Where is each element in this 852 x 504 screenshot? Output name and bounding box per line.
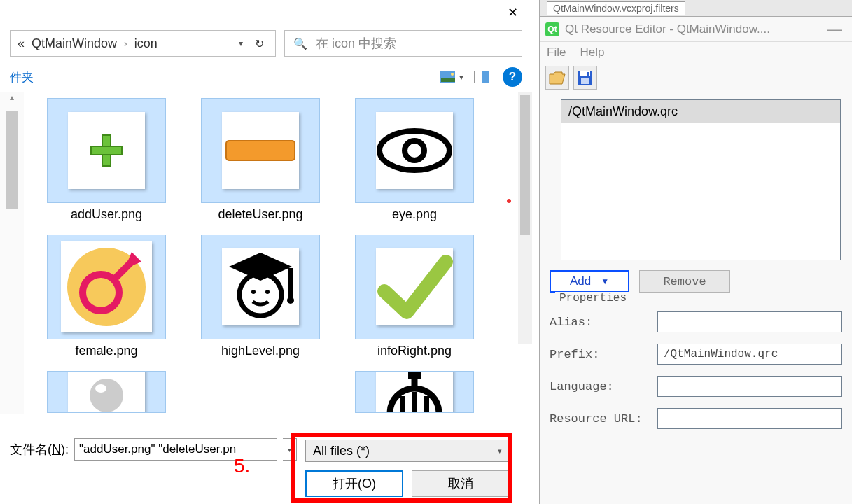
resource-list-item[interactable]: /QtMainWindow.qrc: [561, 100, 840, 123]
dialog-titlebar: ✕: [0, 0, 532, 25]
svg-point-21: [95, 384, 106, 393]
file-name: deleteUser.png: [218, 207, 302, 222]
remove-button[interactable]: Remove: [639, 270, 730, 293]
picture-icon: [440, 71, 455, 83]
qt-logo-icon: Qt: [545, 22, 559, 36]
window-titlebar: Qt Qt Resource Editor - QtMainWindow....…: [540, 17, 852, 42]
menu-bar: File Help: [540, 42, 852, 63]
svg-marker-14: [229, 253, 292, 281]
svg-rect-23: [408, 372, 421, 379]
alias-input[interactable]: [657, 312, 842, 332]
toolbar: [540, 63, 852, 92]
qt-resource-editor-window: QtMainWindow.vcxproj.filters Qt Qt Resou…: [539, 0, 852, 504]
add-button[interactable]: Add▼: [550, 270, 629, 293]
svg-rect-6: [91, 146, 122, 155]
folder-open-icon: [548, 70, 566, 85]
file-name: highLevel.png: [221, 344, 300, 358]
breadcrumb-back-icon: «: [18, 36, 25, 51]
resource-url-label: Resource URL:: [550, 412, 652, 426]
dialog-toolbar: 件夹 ▼ ?: [0, 62, 532, 92]
floppy-icon: [577, 69, 594, 86]
dome-icon: [383, 371, 446, 413]
refresh-icon[interactable]: ↻: [250, 37, 268, 50]
svg-rect-1: [441, 78, 455, 82]
ide-tab-label: QtMainWindow.vcxproj.filters: [547, 1, 685, 15]
file-open-dialog: ✕ « QtMainWindow › icon ▾ ↻ 🔍 在 icon 中搜索…: [0, 0, 532, 504]
breadcrumb[interactable]: « QtMainWindow › icon ▾ ↻: [10, 30, 276, 57]
new-folder-button[interactable]: 件夹: [10, 69, 34, 85]
graduate-icon: [222, 248, 299, 326]
minus-icon: [222, 136, 299, 164]
prefix-label: Prefix:: [550, 348, 652, 361]
file-tile[interactable]: addUser.png: [36, 98, 176, 222]
svg-point-9: [405, 141, 424, 160]
plus-icon: [87, 131, 126, 170]
file-tile[interactable]: highLevel.png: [190, 234, 330, 358]
file-tile[interactable]: female.png: [36, 234, 176, 358]
svg-point-17: [265, 290, 270, 294]
resource-list[interactable]: /QtMainWindow.qrc: [561, 99, 841, 260]
file-name: eye.png: [392, 207, 437, 222]
filename-label: 文件名(N):: [10, 441, 69, 458]
svg-point-20: [90, 379, 123, 412]
file-tile[interactable]: deleteUser.png: [190, 98, 330, 222]
file-grid: addUser.png deleteUser.png eye.png femal…: [24, 92, 532, 414]
breadcrumb-part: QtMainWindow: [32, 36, 117, 51]
svg-rect-7: [226, 141, 295, 160]
file-name: addUser.png: [71, 207, 142, 222]
file-list-area: ▴ addUser.png deleteUser.png eye.: [0, 92, 532, 414]
alias-label: Alias:: [550, 316, 652, 329]
file-list-scrollbar[interactable]: [518, 92, 532, 344]
search-input[interactable]: 🔍 在 icon 中搜索: [284, 30, 522, 57]
dialog-nav-row: « QtMainWindow › icon ▾ ↻ 🔍 在 icon 中搜索: [0, 25, 532, 62]
annotation-highlight-box: [291, 433, 512, 503]
nav-tree-scrollbar[interactable]: ▴: [0, 92, 24, 414]
chevron-down-icon: ▼: [601, 276, 609, 286]
file-name: infoRight.png: [377, 344, 452, 358]
close-icon[interactable]: ✕: [498, 2, 526, 23]
svg-rect-29: [581, 78, 589, 84]
check-icon: [376, 252, 453, 322]
prefix-input[interactable]: [657, 344, 842, 365]
help-icon[interactable]: ?: [503, 67, 522, 87]
eye-icon: [376, 126, 453, 175]
annotation-dot: [507, 199, 511, 203]
language-label: Language:: [550, 380, 652, 393]
window-title: Qt Resource Editor - QtMainWindow....: [565, 22, 817, 36]
sphere-icon: [85, 374, 127, 413]
file-tile[interactable]: infoRight.png: [344, 234, 484, 358]
menu-file[interactable]: File: [547, 46, 566, 59]
panel-icon: [474, 71, 489, 83]
file-name: female.png: [75, 344, 137, 358]
svg-point-19: [287, 297, 294, 304]
save-button[interactable]: [573, 66, 597, 90]
file-tile[interactable]: eye.png: [344, 98, 484, 222]
view-mode-button[interactable]: ▼: [440, 67, 465, 87]
svg-point-2: [451, 73, 454, 76]
properties-group: Properties Alias: Prefix: Language: Reso…: [550, 300, 842, 429]
resource-actions: Add▼ Remove: [550, 270, 852, 293]
file-tile[interactable]: [36, 371, 176, 413]
resource-url-input[interactable]: [657, 408, 842, 429]
breadcrumb-part: icon: [134, 36, 158, 51]
menu-help[interactable]: Help: [580, 46, 604, 59]
ide-tab[interactable]: QtMainWindow.vcxproj.filters: [540, 0, 852, 17]
minimize-icon[interactable]: —: [823, 20, 846, 38]
chevron-right-icon: ›: [124, 38, 127, 49]
file-tile[interactable]: [344, 371, 484, 413]
svg-rect-30: [587, 72, 589, 76]
language-input[interactable]: [657, 376, 842, 397]
svg-rect-4: [482, 71, 489, 83]
female-icon: [64, 245, 148, 329]
open-folder-button[interactable]: [545, 66, 569, 90]
properties-title: Properties: [555, 292, 631, 304]
svg-point-8: [379, 131, 449, 170]
search-icon: 🔍: [293, 37, 307, 50]
search-placeholder: 在 icon 中搜索: [316, 35, 396, 52]
svg-point-16: [251, 290, 256, 294]
preview-pane-button[interactable]: [469, 67, 494, 87]
chevron-down-icon[interactable]: ▾: [239, 38, 243, 48]
annotation-step-label: 5.: [234, 455, 250, 477]
